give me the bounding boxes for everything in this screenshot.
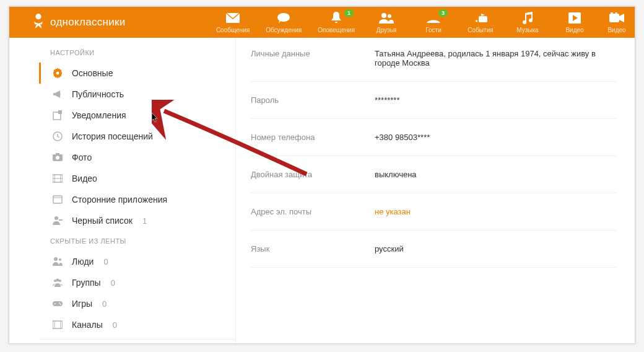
groups-icon (52, 277, 63, 288)
envelope-icon (226, 12, 240, 24)
svg-point-4 (388, 14, 391, 18)
chat-icon (277, 12, 290, 24)
row-phone[interactable]: Номер телефона +380 98503**** (251, 119, 616, 156)
row-value: ******** (375, 95, 616, 105)
row-key: Пароль (251, 95, 375, 105)
top-nav: Сообщения Обсуждения 1 Оповещения Друзья… (216, 12, 627, 33)
sidebar-heading-settings: НАСТРОЙКИ (39, 43, 235, 63)
brand-text: одноклассники (50, 16, 126, 29)
sidebar-item-label: Сторонние приложения (72, 195, 167, 205)
logo[interactable]: одноклассники (32, 12, 126, 33)
svg-rect-5 (479, 16, 487, 22)
sidebar-item-apps[interactable]: Сторонние приложения (39, 189, 235, 210)
nav-events[interactable]: События (465, 12, 496, 33)
sidebar-item-label: Публичность (72, 89, 124, 99)
svg-point-0 (35, 14, 41, 19)
svg-rect-25 (53, 301, 63, 306)
sidebar-item-public[interactable]: Публичность (39, 84, 235, 105)
svg-rect-19 (59, 219, 63, 221)
divider (39, 339, 235, 340)
svg-point-3 (381, 13, 386, 18)
sidebar-item-label: Игры (72, 299, 92, 309)
sidebar-hidden-games[interactable]: Игры 0 (39, 293, 235, 314)
logo-icon (32, 12, 45, 33)
row-key: Адрес эл. почты (251, 207, 375, 216)
svg-point-24 (56, 279, 59, 282)
row-value: не указан (375, 207, 616, 216)
row-email[interactable]: Адрес эл. почты не указан (251, 193, 616, 231)
sidebar-item-notifications[interactable]: Уведомления (39, 105, 235, 126)
badge: 1 (344, 9, 354, 17)
friends-icon (379, 12, 394, 24)
sidebar-hidden-people[interactable]: Люди 0 (39, 251, 235, 272)
bell-icon (331, 12, 342, 24)
row-value: русский (375, 244, 616, 253)
badge: 3 (438, 9, 448, 17)
sidebar-item-count: 0 (103, 257, 108, 266)
sidebar-item-label: Черный список (72, 216, 133, 226)
sidebar-hidden-groups[interactable]: Группы 0 (39, 272, 235, 293)
sidebar-item-label: Фото (72, 152, 92, 162)
people-icon (52, 256, 63, 267)
gamepad-icon (52, 298, 63, 309)
row-personal[interactable]: Личные данные Татьяна Андреева, родилась… (251, 44, 616, 82)
row-key: Личные данные (251, 49, 375, 68)
svg-point-8 (611, 12, 613, 14)
history-icon (52, 131, 63, 142)
sidebar-item-label: Уведомления (72, 110, 126, 120)
sidebar-item-blacklist[interactable]: Черный список 1 (39, 210, 235, 231)
film-icon (52, 319, 63, 330)
row-key: Язык (251, 244, 375, 253)
nav-messages[interactable]: Сообщения (216, 12, 250, 33)
popup-icon (52, 110, 63, 121)
nav-video2[interactable]: Видео (606, 12, 627, 33)
svg-rect-7 (609, 14, 619, 22)
row-value: выключена (375, 170, 616, 179)
sidebar-item-history[interactable]: История посещений (39, 126, 235, 147)
svg-point-14 (56, 156, 59, 160)
camera-icon (52, 152, 63, 163)
nav-discussions[interactable]: Обсуждения (266, 12, 302, 33)
sidebar-item-label: Основные (72, 68, 113, 78)
row-twofa[interactable]: Двойная защита выключена (251, 156, 616, 193)
blacklist-icon (52, 215, 63, 226)
svg-point-18 (54, 216, 58, 220)
gear-icon (52, 68, 63, 79)
svg-rect-28 (53, 321, 63, 328)
nav-video[interactable]: Видео (559, 12, 590, 33)
nav-music[interactable]: Музыка (512, 12, 543, 33)
sidebar-item-count: 0 (102, 299, 107, 309)
svg-rect-11 (58, 110, 62, 114)
nav-guests[interactable]: 3 Гости (418, 12, 449, 33)
sidebar-item-count: 0 (113, 320, 117, 330)
events-icon (474, 12, 487, 24)
row-key: Номер телефона (251, 133, 375, 142)
row-password[interactable]: Пароль ******** (251, 82, 616, 119)
row-value: +380 98503**** (375, 133, 616, 142)
svg-point-2 (277, 13, 290, 22)
row-language[interactable]: Язык русский (251, 231, 616, 268)
sidebar-close-profile[interactable]: Закрыть профиль (39, 343, 235, 344)
sidebar-item-label: История посещений (72, 131, 153, 141)
sidebar-item-label: Группы (72, 278, 101, 288)
sidebar-item-label: Каналы (72, 320, 103, 330)
sidebar-item-general[interactable]: Основные (39, 63, 235, 84)
nav-notifications[interactable]: 1 Оповещения (318, 12, 355, 33)
svg-point-9 (615, 12, 617, 14)
sidebar-item-count: 0 (111, 278, 115, 288)
svg-rect-15 (56, 153, 59, 155)
svg-point-20 (54, 257, 58, 261)
sidebar-item-count: 1 (142, 216, 147, 226)
sidebar-item-photo[interactable]: Фото (39, 147, 235, 168)
music-icon (522, 12, 533, 24)
nav-friends[interactable]: Друзья (371, 12, 402, 33)
sidebar-hidden-channels[interactable]: Каналы 0 (39, 314, 235, 335)
window-icon (52, 194, 63, 205)
play-square-icon (568, 12, 581, 24)
sidebar-item-label: Люди (72, 257, 94, 266)
sidebar-item-label: Видео (72, 174, 97, 183)
settings-main: Личные данные Татьяна Андреева, родилась… (236, 38, 635, 343)
megaphone-icon (52, 89, 63, 100)
row-key: Двойная защита (251, 170, 375, 179)
sidebar-item-video[interactable]: Видео (39, 168, 235, 189)
